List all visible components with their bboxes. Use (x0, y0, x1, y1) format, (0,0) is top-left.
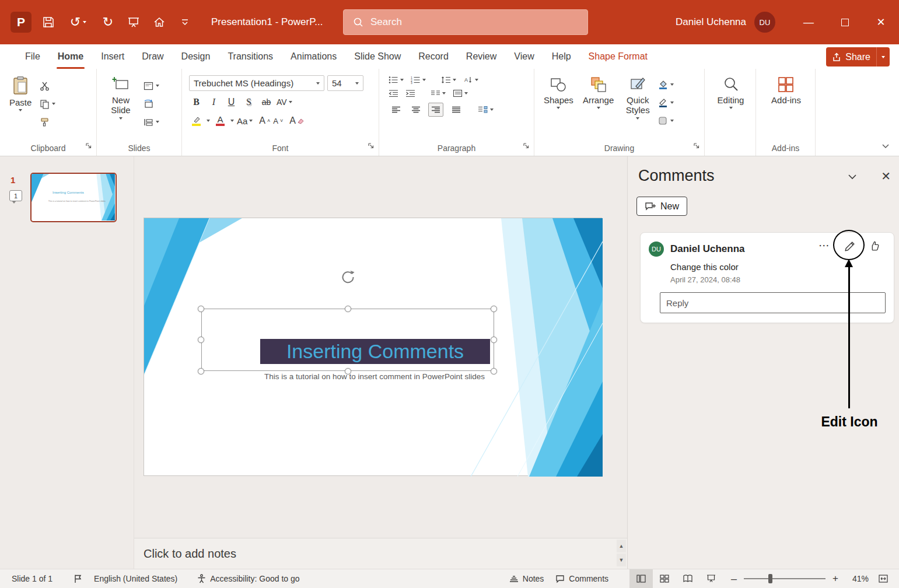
shape-effects-button[interactable] (658, 114, 674, 127)
line-spacing-button[interactable] (441, 76, 456, 84)
collapse-comments-button[interactable] (848, 172, 857, 181)
tab-slide-show[interactable]: Slide Show (345, 44, 410, 69)
reading-view-button[interactable] (676, 569, 699, 588)
search-box[interactable] (343, 9, 588, 35)
rotate-handle[interactable] (341, 270, 356, 287)
reply-input[interactable] (660, 292, 886, 313)
tab-draw[interactable]: Draw (133, 44, 172, 69)
highlight-dropdown-icon[interactable] (207, 120, 210, 122)
scroll-down-button[interactable]: ▼ (617, 554, 626, 566)
font-color-dropdown-icon[interactable] (230, 120, 234, 122)
slide-sorter-view-button[interactable] (653, 569, 676, 588)
copy-button[interactable] (40, 97, 55, 110)
account-avatar[interactable]: DU (754, 12, 775, 33)
selection-handle-top-left[interactable] (198, 306, 204, 312)
shape-outline-button[interactable] (658, 96, 674, 109)
editing-button[interactable]: Editing (714, 75, 748, 138)
selection-handle-middle-right[interactable] (491, 337, 497, 343)
comments-toggle-button[interactable]: Comments (550, 569, 614, 588)
save-button[interactable] (40, 13, 57, 31)
spellcheck-flag[interactable] (68, 569, 88, 588)
tab-help[interactable]: Help (543, 44, 580, 69)
reset-button[interactable] (144, 97, 159, 110)
close-button[interactable]: ✕ (863, 0, 899, 44)
font-size-combo[interactable]: 54 (327, 75, 363, 91)
tab-review[interactable]: Review (457, 44, 505, 69)
increase-indent-button[interactable] (405, 89, 415, 97)
convert-smartart-button[interactable] (478, 106, 494, 114)
tab-animations[interactable]: Animations (282, 44, 345, 69)
normal-view-button[interactable] (629, 569, 653, 588)
tab-view[interactable]: View (505, 44, 543, 69)
selection-handle-bottom-center[interactable] (345, 368, 351, 374)
slide-indicator[interactable]: Slide 1 of 1 (6, 569, 58, 588)
start-slideshow-button[interactable] (125, 13, 142, 31)
language-indicator[interactable]: English (United States) (88, 569, 183, 588)
slide-subtitle[interactable]: This is a tutorial on how to insert comm… (200, 372, 550, 381)
new-comment-button[interactable]: New (636, 197, 687, 216)
new-slide-button[interactable]: New Slide (103, 75, 139, 138)
decrease-font-size-button[interactable]: A˅ (273, 117, 283, 125)
powerpoint-logo-icon[interactable]: P (11, 12, 32, 33)
tab-insert[interactable]: Insert (92, 44, 133, 69)
italic-button[interactable]: I (207, 94, 221, 110)
undo-button[interactable]: ↺ (65, 13, 91, 31)
bullets-button[interactable] (389, 76, 404, 84)
zoom-in-button[interactable]: + (830, 569, 841, 588)
zoom-level[interactable]: 41% (843, 574, 869, 583)
font-dialog-launcher[interactable] (368, 141, 375, 152)
addins-button[interactable]: Add-ins (768, 75, 804, 138)
selection-rectangle[interactable] (201, 309, 494, 371)
clear-formatting-button[interactable]: A (289, 116, 304, 126)
quick-styles-button[interactable]: Quick Styles (620, 75, 656, 138)
comment-badge[interactable]: 1 (9, 190, 22, 201)
paragraph-dialog-launcher[interactable] (523, 141, 530, 152)
slide-thumbnail[interactable]: Inserting Comments This is a tutorial on… (30, 173, 117, 222)
notes-pane[interactable]: Click to add notes ▲ ▼ (134, 538, 627, 569)
decrease-indent-button[interactable] (389, 89, 398, 97)
notes-placeholder[interactable]: Click to add notes (144, 547, 236, 561)
font-name-combo[interactable]: Trebuchet MS (Headings) (189, 75, 324, 91)
search-input[interactable] (370, 16, 578, 28)
text-highlight-button[interactable] (189, 113, 204, 128)
accessibility-checker[interactable]: Accessibility: Good to go (191, 569, 305, 588)
text-shadow-button[interactable]: S (242, 94, 256, 110)
cut-button[interactable] (40, 79, 55, 92)
tab-file[interactable]: File (16, 44, 49, 69)
clipboard-dialog-launcher[interactable] (85, 141, 92, 152)
align-right-button[interactable] (428, 103, 443, 117)
increase-font-size-button[interactable]: A˄ (259, 116, 270, 126)
home-button[interactable] (151, 13, 168, 31)
tab-record[interactable]: Record (410, 44, 457, 69)
account-name[interactable]: Daniel Uchenna (676, 16, 746, 28)
text-direction-button[interactable]: A (463, 76, 478, 84)
edit-comment-button[interactable] (844, 240, 856, 254)
change-case-button[interactable]: Aa (237, 116, 253, 126)
customize-quick-access-button[interactable] (176, 13, 194, 31)
format-painter-button[interactable] (40, 116, 55, 128)
bold-button[interactable]: B (189, 94, 204, 110)
zoom-out-button[interactable]: – (723, 569, 739, 588)
align-center-button[interactable] (408, 103, 423, 116)
underline-button[interactable]: U (224, 94, 239, 110)
align-text-button[interactable] (453, 89, 468, 97)
share-button[interactable]: Share (826, 47, 890, 66)
align-left-button[interactable] (389, 103, 403, 116)
selection-handle-top-center[interactable] (345, 306, 351, 312)
drawing-dialog-launcher[interactable] (693, 141, 700, 152)
selection-handle-middle-left[interactable] (198, 337, 204, 343)
scroll-up-button[interactable]: ▲ (617, 540, 626, 552)
tab-shape-format[interactable]: Shape Format (580, 44, 656, 69)
minimize-button[interactable]: — (790, 0, 827, 44)
character-spacing-button[interactable]: AV (277, 97, 292, 107)
paste-button[interactable]: Paste (6, 75, 35, 138)
shape-fill-button[interactable] (658, 78, 674, 91)
like-comment-button[interactable] (869, 240, 881, 254)
strikethrough-button[interactable]: ab (259, 94, 274, 110)
zoom-slider-thumb[interactable] (768, 574, 772, 583)
layout-button[interactable] (144, 79, 159, 92)
font-color-button[interactable]: A (213, 113, 228, 128)
justify-button[interactable] (449, 103, 463, 116)
slideshow-view-button[interactable] (699, 569, 723, 588)
collapse-ribbon-button[interactable] (881, 141, 890, 151)
